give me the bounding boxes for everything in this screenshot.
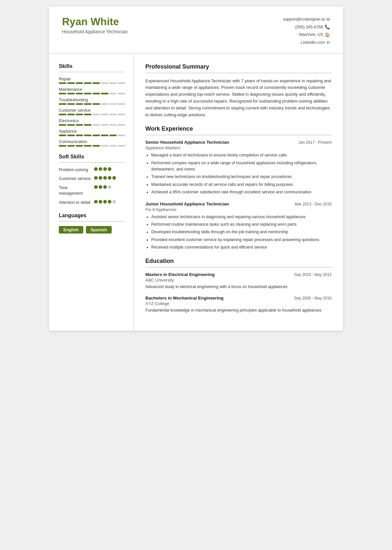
- soft-skill-item: Problem-solving: [59, 167, 125, 173]
- soft-skill-item: Attention to detail: [59, 200, 125, 206]
- skill-bar-filled: [92, 145, 100, 147]
- skill-name: Repair: [59, 77, 125, 81]
- job-company: Appliance Masters: [145, 145, 332, 150]
- edu-header: Bachelors in Mechanical EngineeringSep 2…: [145, 296, 332, 300]
- skill-bar-empty: [109, 145, 117, 147]
- dot-filled: [108, 200, 111, 203]
- job-company: Fix-It Appliances: [145, 207, 332, 212]
- job-bullets: Managed a team of technicians to ensure …: [145, 152, 332, 195]
- skill-bar-filled: [67, 103, 75, 105]
- skills-title: Skills: [59, 63, 125, 69]
- dot-filled: [103, 176, 107, 180]
- email-icon: ✉: [326, 16, 330, 23]
- edu-school: XYZ College: [145, 301, 332, 306]
- job-bullet: Received multiple commendations for quic…: [151, 244, 332, 251]
- skill-bar-filled: [59, 145, 66, 147]
- skill-bar-filled: [59, 93, 66, 94]
- candidate-title: Household Appliance Technician: [62, 29, 128, 34]
- body: Skills RepairMaintenanceTroubleshootingC…: [49, 54, 343, 331]
- email-text: support@cvdesigner.ai: [283, 16, 325, 23]
- skill-name: Appliance: [59, 129, 125, 134]
- location-icon: 🏠: [325, 31, 330, 39]
- skill-bar-filled: [59, 124, 66, 126]
- skill-bar-filled: [67, 114, 75, 115]
- dot-filled: [103, 167, 107, 171]
- edu-description: Advanced study in electrical engineering…: [145, 284, 332, 290]
- skill-bar-empty: [101, 82, 108, 84]
- dot-filled: [103, 200, 107, 203]
- jobs-list: Senior Household Appliance TechnicianJan…: [145, 140, 332, 251]
- skill-bar-empty: [118, 114, 125, 115]
- skill-bar-empty: [118, 145, 125, 147]
- skill-bar-empty: [92, 114, 100, 115]
- skill-bar-empty: [101, 145, 108, 147]
- skill-bar-empty: [118, 135, 125, 136]
- job-bullet: Performed routine maintenance tasks such…: [151, 221, 332, 228]
- skill-bar-empty: [118, 82, 125, 84]
- skill-bar-filled: [59, 82, 66, 84]
- dot-empty: [112, 200, 116, 203]
- skill-bar-filled: [59, 114, 66, 115]
- skill-bar-filled: [59, 135, 66, 136]
- education-section: Education Masters in Electrical Engineer…: [145, 258, 332, 314]
- job-bullet: Achieved a 95% customer satisfaction rat…: [151, 189, 332, 195]
- dot-filled: [99, 200, 102, 203]
- skill-bar-filled: [84, 82, 91, 84]
- skill-bar-empty: [92, 124, 100, 126]
- skill-bar-filled: [59, 103, 66, 105]
- skill-bar-empty: [101, 103, 108, 105]
- skills-list: RepairMaintenanceTroubleshootingCustomer…: [59, 77, 125, 147]
- skill-bar-filled: [84, 145, 91, 147]
- dot-filled: [94, 200, 98, 203]
- soft-skill-dots: [94, 167, 111, 171]
- soft-skills-list: Problem-solvingCustomer serviceTime mana…: [59, 167, 125, 206]
- experience-divider: [145, 135, 332, 135]
- job-bullets: Assisted senior technicians in diagnosin…: [145, 214, 332, 251]
- header-left: Ryan White Household Appliance Technicia…: [62, 16, 128, 34]
- soft-skill-name: Problem-solving: [59, 167, 91, 173]
- skill-bar-filled: [76, 114, 83, 115]
- skill-bar-empty: [118, 124, 125, 126]
- candidate-name: Ryan White: [62, 16, 128, 28]
- summary-title: Professional Summary: [145, 63, 332, 70]
- job-bullet: Assisted senior technicians in diagnosin…: [151, 214, 332, 220]
- skill-bar-filled: [92, 82, 100, 84]
- edu-entry: Bachelors in Mechanical EngineeringSep 2…: [145, 296, 332, 314]
- summary-divider: [145, 73, 332, 73]
- summary-section: Professional Summary Experienced Househo…: [145, 63, 332, 119]
- skill-bars: [59, 135, 125, 136]
- skill-bars: [59, 93, 125, 94]
- experience-section: Work Experience Senior Household Applian…: [145, 125, 332, 251]
- job-header: Senior Household Appliance TechnicianJan…: [145, 140, 332, 145]
- phone-line: (555) 345-6789 📞: [283, 23, 330, 31]
- skill-item: Communication: [59, 139, 125, 147]
- edu-school: ABC University: [145, 278, 332, 283]
- skill-bar-filled: [67, 145, 75, 147]
- job-entry: Junior Household Appliance TechnicianMar…: [145, 202, 332, 251]
- skill-bar-empty: [109, 82, 117, 84]
- soft-skills-title: Soft Skills: [59, 154, 125, 160]
- phone-icon: 📞: [325, 23, 330, 31]
- email-line: support@cvdesigner.ai ✉: [283, 16, 330, 23]
- dot-filled: [99, 176, 102, 180]
- skill-bar-filled: [76, 103, 83, 105]
- education-list: Masters in Electrical EngineeringSep 201…: [145, 272, 332, 314]
- skill-bars: [59, 82, 125, 84]
- education-title: Education: [145, 258, 332, 265]
- languages-divider: [59, 221, 125, 221]
- skill-name: Electronics: [59, 119, 125, 123]
- skill-name: Communication: [59, 139, 125, 144]
- skill-bar-empty: [101, 114, 108, 115]
- skills-divider: [59, 72, 125, 72]
- languages-section: Languages EnglishSpanish: [59, 213, 125, 234]
- skill-name: Customer service: [59, 108, 125, 113]
- skill-item: Repair: [59, 77, 125, 84]
- skill-bar-filled: [76, 93, 83, 94]
- sidebar: Skills RepairMaintenanceTroubleshootingC…: [49, 54, 134, 331]
- job-bullet: Managed a team of technicians to ensure …: [151, 152, 332, 158]
- skill-bar-empty: [118, 93, 125, 94]
- dot-filled: [103, 185, 107, 189]
- skill-bar-filled: [76, 135, 83, 136]
- skill-bar-filled: [109, 135, 117, 136]
- header: Ryan White Household Appliance Technicia…: [49, 7, 343, 54]
